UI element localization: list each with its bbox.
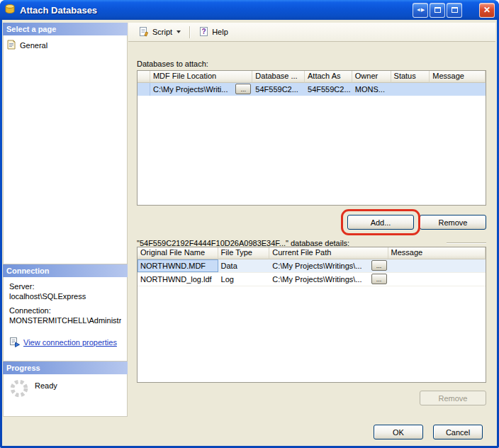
help-button-label: Help [212, 28, 228, 36]
databases-to-attach-label: Databases to attach: [137, 60, 208, 68]
close-button[interactable]: ✕ [479, 3, 495, 18]
window-icon [452, 7, 458, 13]
file-type-cell[interactable]: Data [218, 259, 270, 272]
column-header-file-type: File Type [218, 247, 270, 259]
message-cell[interactable] [388, 259, 486, 272]
browse-button[interactable]: ... [235, 84, 251, 94]
nav-arrows-button[interactable]: ◄▶ [413, 3, 428, 18]
toolbar: Script ? Help [128, 23, 495, 42]
databases-table: MDF File Location Database ... Attach As… [137, 70, 486, 206]
details-table-header: Original File Name File Type Current Fil… [138, 247, 486, 259]
row-selector-header [138, 71, 150, 83]
toolbar-separator [189, 26, 190, 38]
cancel-button[interactable]: Cancel [433, 425, 483, 439]
server-value: localhost\SQLExpress [9, 292, 121, 301]
select-page-panel: General [3, 35, 128, 264]
window-icon [434, 7, 441, 13]
browse-button[interactable]: ... [371, 260, 387, 271]
table-row[interactable]: NORTHWND.MDF Data C:\My Projects\Writing… [138, 259, 486, 273]
connection-label: Connection: [9, 306, 121, 315]
view-connection-properties-link[interactable]: View connection properties [23, 338, 117, 347]
group-divider [447, 242, 486, 244]
progress-spinner-icon [9, 379, 29, 400]
file-path-value: C:\My Projects\Writings\... [272, 262, 361, 270]
select-page-header: Select a page [3, 23, 128, 35]
file-type-cell[interactable]: Log [218, 273, 270, 286]
sidebar-item-general[interactable]: General [4, 35, 127, 55]
file-path-cell[interactable]: C:\My Projects\Writings\... ... [269, 273, 388, 286]
message-cell[interactable] [388, 273, 486, 286]
column-header-original-file-name: Original File Name [138, 247, 218, 259]
connection-properties-icon [9, 336, 21, 349]
status-cell[interactable] [391, 83, 430, 96]
script-icon [139, 26, 150, 38]
titlebar-buttons: ◄▶ ✕ [413, 3, 495, 18]
column-header-message: Message [388, 247, 486, 259]
attach-database-icon [4, 4, 16, 16]
ok-button[interactable]: OK [374, 425, 423, 439]
progress-panel: Ready [3, 374, 128, 417]
column-header-owner: Owner [352, 71, 391, 83]
server-label: Server: [9, 282, 121, 291]
connection-panel: Server: localhost\SQLExpress Connection:… [3, 277, 128, 362]
window-button-1[interactable] [430, 3, 445, 18]
column-header-status: Status [391, 71, 430, 83]
help-icon: ? [198, 26, 209, 38]
file-path-cell[interactable]: C:\My Projects\Writings\... ... [269, 259, 388, 272]
svg-text:?: ? [202, 28, 206, 35]
column-header-database: Database ... [252, 71, 305, 83]
titlebar: Attach Databases ◄▶ ✕ [0, 0, 499, 20]
attach-databases-dialog: Attach Databases ◄▶ ✕ Select a page [0, 0, 499, 448]
column-header-mdf: MDF File Location [150, 71, 252, 83]
database-details-table: Original File Name File Type Current Fil… [137, 247, 486, 383]
script-button[interactable]: Script [134, 23, 186, 41]
table-row[interactable]: C:\My Projects\Writi... ... 54F559C2... … [138, 83, 486, 96]
column-header-message: Message [430, 71, 486, 83]
main-area: Script ? Help Databases to attach: [128, 23, 495, 444]
row-selector-cell[interactable] [138, 83, 150, 96]
sidebar: Select a page General Connection [3, 23, 128, 417]
page-icon [6, 40, 16, 51]
owner-cell[interactable]: MONS... [352, 83, 391, 96]
attach-as-cell[interactable]: 54F559C2... [305, 83, 352, 96]
add-button[interactable]: Add... [347, 215, 414, 230]
connection-header: Connection [3, 264, 128, 277]
message-cell[interactable] [430, 83, 486, 96]
progress-header: Progress [3, 362, 128, 374]
table-row[interactable]: NORTHWND_log.ldf Log C:\My Projects\Writ… [138, 273, 486, 286]
databases-table-header: MDF File Location Database ... Attach As… [138, 71, 486, 83]
sidebar-item-label: General [20, 41, 47, 50]
dialog-client-area: Select a page General Connection [2, 20, 497, 446]
browse-button[interactable]: ... [371, 274, 387, 284]
window-button-2[interactable] [447, 3, 462, 18]
connection-value: MONSTERMITCHELL\Administra [9, 316, 121, 325]
window-title: Attach Databases [20, 5, 97, 16]
script-button-label: Script [152, 28, 172, 36]
progress-status: Ready [35, 381, 57, 390]
help-button[interactable]: ? Help [194, 23, 233, 41]
chevron-down-icon [176, 30, 181, 33]
column-header-attach-as: Attach As [305, 71, 352, 83]
remove-button[interactable]: Remove [420, 215, 486, 230]
mdf-location-cell[interactable]: C:\My Projects\Writi... ... [150, 83, 252, 96]
column-header-current-file-path: Current File Path [269, 247, 388, 259]
mdf-location-value: C:\My Projects\Writi... [153, 85, 228, 94]
file-name-cell[interactable]: NORTHWND.MDF [138, 259, 218, 272]
file-name-cell[interactable]: NORTHWND_log.ldf [138, 273, 218, 286]
details-remove-button[interactable]: Remove [420, 391, 486, 405]
file-path-value: C:\My Projects\Writings\... [272, 275, 361, 284]
database-cell[interactable]: 54F559C2... [252, 83, 305, 96]
